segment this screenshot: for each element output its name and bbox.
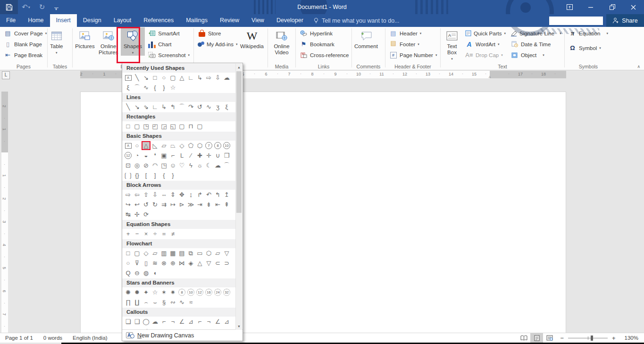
blank-page-button[interactable]: ▯Blank Page — [1, 39, 50, 50]
shape-decagon[interactable]: 10 — [222, 141, 231, 150]
shape-rectangular-callout[interactable]: ❏ — [124, 317, 133, 326]
shape-pentagon-arrow[interactable]: ⊳ — [177, 200, 186, 209]
tab-mailings[interactable]: Mailings — [180, 14, 214, 27]
shape-frame[interactable]: ▣ — [159, 151, 168, 160]
my-addins-button[interactable]: My Add-ins▾ — [195, 39, 237, 50]
web-layout-button[interactable] — [543, 333, 556, 343]
cover-page-button[interactable]: ▤Cover Page▾ — [1, 28, 50, 39]
shape-bent-arrow[interactable]: ↱ — [195, 190, 204, 199]
shape-striped-right-arrow[interactable]: ⇉ — [159, 200, 168, 209]
shape-right-brace[interactable]: } — [159, 83, 168, 92]
table-button[interactable]: Table▾ — [49, 27, 65, 56]
shapes-button[interactable]: Shapes▾ — [121, 27, 145, 56]
wikipedia-button[interactable]: W Wikipedia — [237, 27, 267, 50]
shape-delay[interactable]: ⊃ — [222, 259, 231, 268]
shape-punched-tape[interactable]: ≋ — [151, 259, 159, 268]
shape-line-callout-3-no-border[interactable]: ∠ — [142, 327, 151, 329]
shape-elbow-connector[interactable]: ∟ — [186, 73, 195, 82]
shape-left-right-up-arrow[interactable]: ↨ — [186, 190, 195, 199]
pictures-button[interactable]: Pictures — [74, 27, 96, 50]
shape-merge[interactable]: ▽ — [204, 259, 213, 268]
shape-rounded-rectangle[interactable]: ▢ — [168, 73, 177, 82]
shape-star-16-point[interactable]: 16 — [204, 288, 213, 297]
shape-bevel[interactable]: ⊡ — [124, 161, 133, 170]
shape-document[interactable]: ▤ — [177, 249, 186, 258]
tell-me-box[interactable]: Tell me what you want to do... — [313, 14, 400, 27]
shape-alternate-process[interactable]: ▢ — [133, 249, 142, 258]
shape-connector[interactable]: ○ — [124, 259, 133, 268]
shape-sort[interactable]: ◈ — [186, 259, 195, 268]
shape-pie[interactable]: ◔ — [133, 151, 142, 160]
shape-notched-right-arrow[interactable]: ↦ — [168, 200, 177, 209]
search-input[interactable] — [549, 17, 603, 25]
shape-decision[interactable]: ◇ — [142, 249, 151, 258]
shape-sun[interactable]: ☼ — [195, 161, 204, 170]
shape-block-arc[interactable]: ◠ — [151, 161, 159, 170]
shape-horizontal-scroll[interactable]: ∾ — [168, 298, 177, 307]
page-number-button[interactable]: #Page Number▾ — [386, 50, 440, 60]
word-count[interactable]: 0 words — [38, 335, 67, 341]
shape-line-double-arrow[interactable]: ⇘ — [142, 102, 151, 111]
shape-explosion-1[interactable]: ✺ — [124, 288, 133, 297]
shape-left-brace[interactable]: { — [151, 83, 159, 92]
shape-curved-up-ribbon[interactable]: ⌢ — [142, 298, 151, 307]
shape-half-frame[interactable]: ⌐ — [168, 151, 177, 160]
shape-snip-and-round-single-corner-rectangle[interactable]: ◱ — [168, 122, 177, 131]
shape-line-callout-4-accent-bar[interactable]: ⊿ — [222, 317, 231, 326]
shape-double-bracket[interactable]: ❲❳ — [124, 171, 133, 180]
zoom-in-button[interactable]: + — [608, 335, 620, 342]
wordart-button[interactable]: AWordArt▾ — [462, 39, 508, 50]
shape-dodecagon[interactable]: 12 — [124, 151, 133, 160]
shape-folded-corner[interactable]: ◳ — [159, 161, 168, 170]
shape-chord[interactable]: ◒ — [142, 151, 151, 160]
shape-curved-connector[interactable]: ⌒ — [177, 102, 186, 111]
shape-left-up-arrow[interactable]: ↰ — [213, 190, 222, 199]
shape-right-arrow-callout[interactable]: ⇥ — [195, 200, 204, 209]
shape-line[interactable]: ╲ — [124, 102, 133, 111]
shape-down-ribbon[interactable]: ∐ — [133, 298, 142, 307]
shape-curved-left-arrow[interactable]: ↩ — [133, 200, 142, 209]
bookmark-button[interactable]: ⚑Bookmark — [297, 39, 351, 50]
shape-line-callout-1[interactable]: ⌐ — [159, 317, 168, 326]
menu-scrollbar[interactable]: ▲ ▼ — [235, 64, 242, 330]
tab-insert[interactable]: Insert — [50, 14, 77, 27]
shape-curve[interactable]: ∿ — [204, 102, 213, 111]
shape-down-arrow-callout[interactable]: ⇟ — [204, 200, 213, 209]
shape-data[interactable]: ▱ — [151, 249, 159, 258]
shape-predefined-process[interactable]: ▥ — [159, 249, 168, 258]
shape-curved-up-arrow[interactable]: ↺ — [142, 200, 151, 209]
scrollbar-thumb[interactable] — [236, 71, 242, 213]
tab-developer[interactable]: Developer — [270, 14, 309, 27]
shape-cloud-callout[interactable]: ☁ — [151, 317, 159, 326]
shape-line-callout-1-accent-bar[interactable]: ⌐ — [195, 317, 204, 326]
shape-collate[interactable]: ⋈ — [177, 259, 186, 268]
text-box-button[interactable]: A Text Box▾ — [442, 27, 462, 62]
shape-terminator[interactable]: ▭ — [195, 249, 204, 258]
shape-or[interactable]: ⊕ — [168, 259, 177, 268]
shape-off-page-connector[interactable]: ⊽ — [133, 259, 142, 268]
shape-preparation[interactable]: ⬡ — [204, 249, 213, 258]
minimize-button[interactable] — [580, 0, 602, 14]
signature-line-button[interactable]: Signature Line▾ — [508, 28, 563, 39]
right-indent-marker[interactable]: ▵ — [489, 74, 491, 79]
zoom-level[interactable]: 130% — [620, 335, 644, 341]
shape-line-callout-2-accent-bar[interactable]: ¬ — [204, 317, 213, 326]
shape-curved-down-ribbon[interactable]: ⌣ — [151, 298, 159, 307]
shape-cross[interactable]: ✚ — [195, 151, 204, 160]
shape-isosceles-triangle[interactable]: △ — [177, 73, 186, 82]
shape-curved-double-arrow-connector[interactable]: ↺ — [195, 102, 204, 111]
shape-isosceles-triangle[interactable]: △ — [142, 141, 151, 150]
shape-elbow-double-arrow-connector[interactable]: ↰ — [168, 102, 177, 111]
shape-line-callout-2-no-border[interactable]: ¬ — [133, 327, 142, 329]
shape-internal-storage[interactable]: ▦ — [168, 249, 177, 258]
tab-references[interactable]: References — [137, 14, 180, 27]
shape-snip-single-corner-rectangle[interactable]: ◳ — [142, 122, 151, 131]
shape-oval[interactable]: ○ — [159, 73, 168, 82]
shape-rectangle[interactable]: □ — [124, 122, 133, 131]
undo-button[interactable]: ↶▾ — [18, 0, 34, 15]
shape-diagonal-stripe[interactable]: ∕ — [186, 151, 195, 160]
shape-quad-arrow[interactable]: ✥ — [177, 190, 186, 199]
shape-can[interactable]: ∪ — [213, 151, 222, 160]
footer-button[interactable]: ▤Footer▾ — [386, 39, 440, 50]
shape-text-box[interactable]: A — [124, 141, 133, 150]
